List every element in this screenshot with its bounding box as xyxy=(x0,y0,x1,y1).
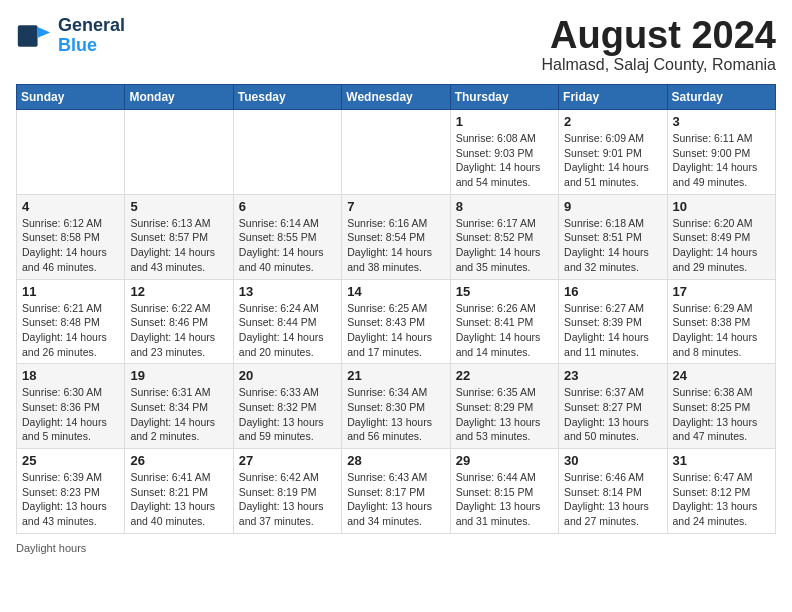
svg-rect-0 xyxy=(18,25,38,47)
svg-marker-1 xyxy=(38,27,51,38)
calendar-cell: 3Sunrise: 6:11 AM Sunset: 9:00 PM Daylig… xyxy=(667,110,775,195)
day-info: Sunrise: 6:13 AM Sunset: 8:57 PM Dayligh… xyxy=(130,216,227,275)
calendar-cell: 26Sunrise: 6:41 AM Sunset: 8:21 PM Dayli… xyxy=(125,449,233,534)
day-number: 8 xyxy=(456,199,553,214)
calendar-day-header: Friday xyxy=(559,85,667,110)
calendar-day-header: Wednesday xyxy=(342,85,450,110)
day-info: Sunrise: 6:34 AM Sunset: 8:30 PM Dayligh… xyxy=(347,385,444,444)
calendar-cell xyxy=(233,110,341,195)
day-number: 18 xyxy=(22,368,119,383)
day-info: Sunrise: 6:24 AM Sunset: 8:44 PM Dayligh… xyxy=(239,301,336,360)
day-number: 21 xyxy=(347,368,444,383)
calendar-cell: 22Sunrise: 6:35 AM Sunset: 8:29 PM Dayli… xyxy=(450,364,558,449)
day-info: Sunrise: 6:12 AM Sunset: 8:58 PM Dayligh… xyxy=(22,216,119,275)
calendar-cell: 23Sunrise: 6:37 AM Sunset: 8:27 PM Dayli… xyxy=(559,364,667,449)
day-info: Sunrise: 6:33 AM Sunset: 8:32 PM Dayligh… xyxy=(239,385,336,444)
calendar-cell: 4Sunrise: 6:12 AM Sunset: 8:58 PM Daylig… xyxy=(17,194,125,279)
calendar-cell: 27Sunrise: 6:42 AM Sunset: 8:19 PM Dayli… xyxy=(233,449,341,534)
calendar-cell: 20Sunrise: 6:33 AM Sunset: 8:32 PM Dayli… xyxy=(233,364,341,449)
day-info: Sunrise: 6:11 AM Sunset: 9:00 PM Dayligh… xyxy=(673,131,770,190)
title-block: August 2024 Halmasd, Salaj County, Roman… xyxy=(542,16,776,74)
day-info: Sunrise: 6:08 AM Sunset: 9:03 PM Dayligh… xyxy=(456,131,553,190)
day-number: 24 xyxy=(673,368,770,383)
day-info: Sunrise: 6:41 AM Sunset: 8:21 PM Dayligh… xyxy=(130,470,227,529)
calendar-cell: 31Sunrise: 6:47 AM Sunset: 8:12 PM Dayli… xyxy=(667,449,775,534)
calendar-cell: 14Sunrise: 6:25 AM Sunset: 8:43 PM Dayli… xyxy=(342,279,450,364)
calendar-day-header: Thursday xyxy=(450,85,558,110)
day-number: 2 xyxy=(564,114,661,129)
calendar-cell: 11Sunrise: 6:21 AM Sunset: 8:48 PM Dayli… xyxy=(17,279,125,364)
calendar-cell: 25Sunrise: 6:39 AM Sunset: 8:23 PM Dayli… xyxy=(17,449,125,534)
day-info: Sunrise: 6:39 AM Sunset: 8:23 PM Dayligh… xyxy=(22,470,119,529)
day-number: 30 xyxy=(564,453,661,468)
calendar-cell xyxy=(125,110,233,195)
logo-text: General Blue xyxy=(58,16,125,56)
day-info: Sunrise: 6:31 AM Sunset: 8:34 PM Dayligh… xyxy=(130,385,227,444)
day-info: Sunrise: 6:47 AM Sunset: 8:12 PM Dayligh… xyxy=(673,470,770,529)
day-number: 25 xyxy=(22,453,119,468)
calendar-cell: 19Sunrise: 6:31 AM Sunset: 8:34 PM Dayli… xyxy=(125,364,233,449)
day-info: Sunrise: 6:35 AM Sunset: 8:29 PM Dayligh… xyxy=(456,385,553,444)
calendar-week-row: 11Sunrise: 6:21 AM Sunset: 8:48 PM Dayli… xyxy=(17,279,776,364)
day-info: Sunrise: 6:21 AM Sunset: 8:48 PM Dayligh… xyxy=(22,301,119,360)
calendar-week-row: 1Sunrise: 6:08 AM Sunset: 9:03 PM Daylig… xyxy=(17,110,776,195)
day-info: Sunrise: 6:17 AM Sunset: 8:52 PM Dayligh… xyxy=(456,216,553,275)
day-info: Sunrise: 6:30 AM Sunset: 8:36 PM Dayligh… xyxy=(22,385,119,444)
logo: General Blue xyxy=(16,16,125,56)
day-info: Sunrise: 6:18 AM Sunset: 8:51 PM Dayligh… xyxy=(564,216,661,275)
day-number: 1 xyxy=(456,114,553,129)
calendar-cell: 29Sunrise: 6:44 AM Sunset: 8:15 PM Dayli… xyxy=(450,449,558,534)
calendar-cell: 6Sunrise: 6:14 AM Sunset: 8:55 PM Daylig… xyxy=(233,194,341,279)
page-header: General Blue August 2024 Halmasd, Salaj … xyxy=(16,16,776,74)
day-number: 16 xyxy=(564,284,661,299)
day-info: Sunrise: 6:37 AM Sunset: 8:27 PM Dayligh… xyxy=(564,385,661,444)
day-number: 29 xyxy=(456,453,553,468)
footnote: Daylight hours xyxy=(16,542,776,554)
day-number: 17 xyxy=(673,284,770,299)
calendar-day-header: Sunday xyxy=(17,85,125,110)
day-number: 22 xyxy=(456,368,553,383)
day-info: Sunrise: 6:26 AM Sunset: 8:41 PM Dayligh… xyxy=(456,301,553,360)
logo-icon xyxy=(16,18,52,54)
day-number: 10 xyxy=(673,199,770,214)
day-number: 26 xyxy=(130,453,227,468)
calendar-cell: 16Sunrise: 6:27 AM Sunset: 8:39 PM Dayli… xyxy=(559,279,667,364)
day-number: 23 xyxy=(564,368,661,383)
calendar-week-row: 25Sunrise: 6:39 AM Sunset: 8:23 PM Dayli… xyxy=(17,449,776,534)
calendar-cell: 15Sunrise: 6:26 AM Sunset: 8:41 PM Dayli… xyxy=(450,279,558,364)
calendar-day-header: Monday xyxy=(125,85,233,110)
calendar-cell: 10Sunrise: 6:20 AM Sunset: 8:49 PM Dayli… xyxy=(667,194,775,279)
day-number: 15 xyxy=(456,284,553,299)
calendar-cell: 8Sunrise: 6:17 AM Sunset: 8:52 PM Daylig… xyxy=(450,194,558,279)
day-number: 14 xyxy=(347,284,444,299)
calendar-day-header: Saturday xyxy=(667,85,775,110)
day-info: Sunrise: 6:22 AM Sunset: 8:46 PM Dayligh… xyxy=(130,301,227,360)
day-info: Sunrise: 6:27 AM Sunset: 8:39 PM Dayligh… xyxy=(564,301,661,360)
day-info: Sunrise: 6:20 AM Sunset: 8:49 PM Dayligh… xyxy=(673,216,770,275)
calendar-cell: 24Sunrise: 6:38 AM Sunset: 8:25 PM Dayli… xyxy=(667,364,775,449)
calendar-cell: 18Sunrise: 6:30 AM Sunset: 8:36 PM Dayli… xyxy=(17,364,125,449)
calendar-header-row: SundayMondayTuesdayWednesdayThursdayFrid… xyxy=(17,85,776,110)
day-number: 11 xyxy=(22,284,119,299)
calendar-cell: 7Sunrise: 6:16 AM Sunset: 8:54 PM Daylig… xyxy=(342,194,450,279)
day-number: 13 xyxy=(239,284,336,299)
day-number: 19 xyxy=(130,368,227,383)
calendar-cell: 5Sunrise: 6:13 AM Sunset: 8:57 PM Daylig… xyxy=(125,194,233,279)
day-info: Sunrise: 6:44 AM Sunset: 8:15 PM Dayligh… xyxy=(456,470,553,529)
month-year-title: August 2024 xyxy=(542,16,776,54)
calendar-cell xyxy=(17,110,125,195)
day-number: 31 xyxy=(673,453,770,468)
calendar-cell: 9Sunrise: 6:18 AM Sunset: 8:51 PM Daylig… xyxy=(559,194,667,279)
calendar-cell: 13Sunrise: 6:24 AM Sunset: 8:44 PM Dayli… xyxy=(233,279,341,364)
day-info: Sunrise: 6:38 AM Sunset: 8:25 PM Dayligh… xyxy=(673,385,770,444)
day-number: 28 xyxy=(347,453,444,468)
day-info: Sunrise: 6:42 AM Sunset: 8:19 PM Dayligh… xyxy=(239,470,336,529)
calendar-cell xyxy=(342,110,450,195)
day-number: 4 xyxy=(22,199,119,214)
day-info: Sunrise: 6:43 AM Sunset: 8:17 PM Dayligh… xyxy=(347,470,444,529)
calendar-cell: 21Sunrise: 6:34 AM Sunset: 8:30 PM Dayli… xyxy=(342,364,450,449)
day-number: 5 xyxy=(130,199,227,214)
calendar-week-row: 4Sunrise: 6:12 AM Sunset: 8:58 PM Daylig… xyxy=(17,194,776,279)
calendar-table: SundayMondayTuesdayWednesdayThursdayFrid… xyxy=(16,84,776,534)
calendar-cell: 30Sunrise: 6:46 AM Sunset: 8:14 PM Dayli… xyxy=(559,449,667,534)
